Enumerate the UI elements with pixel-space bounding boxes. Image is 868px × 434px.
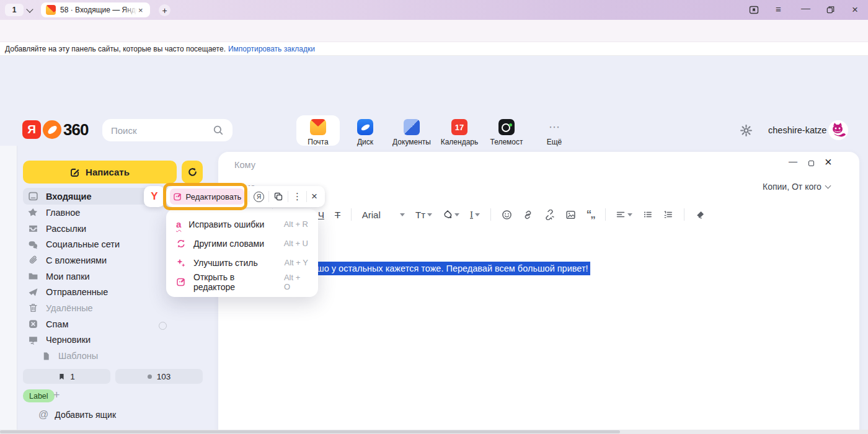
app-label: Календарь [438, 138, 481, 146]
browser-tab-bar: 1 58 · Входящие — Яндек × + ≡ — × [0, 0, 868, 20]
to-field[interactable]: Кому [234, 160, 255, 170]
unlink-icon[interactable] [544, 210, 555, 220]
new-tab-button[interactable]: + [159, 4, 170, 16]
add-label-icon[interactable]: + [53, 389, 60, 402]
app-label: Телемост [485, 138, 528, 146]
highlight-color-select[interactable] [443, 210, 459, 219]
scrollbar-thumb[interactable] [0, 430, 620, 433]
font-size-select[interactable]: Tт [415, 210, 432, 220]
folder-label: Спам [46, 319, 68, 329]
yandex-y-icon: Y [151, 190, 157, 203]
image-icon[interactable] [565, 210, 576, 220]
strikethrough-button[interactable]: Т [335, 210, 340, 220]
align-select[interactable] [616, 210, 632, 219]
app-calendar[interactable]: 17 Календарь [438, 115, 481, 146]
badge-value: 1 [70, 372, 75, 381]
app-label: Документы [390, 138, 433, 146]
copy-icon[interactable] [273, 192, 283, 202]
folder-label: Шаблоны [58, 351, 98, 361]
link-icon[interactable] [523, 210, 533, 220]
paper-plane-icon [28, 287, 38, 298]
compose-minimize-icon[interactable]: — [789, 156, 797, 166]
folder-label: Социальные сети [46, 239, 120, 249]
app-disk[interactable]: Диск [343, 115, 387, 146]
unread-badge[interactable]: 103 [115, 369, 203, 384]
underline-button[interactable]: Ч [318, 210, 324, 220]
app-more[interactable]: ⋯ Ещё [533, 115, 576, 146]
compose-maximize-icon[interactable] [808, 161, 814, 166]
folder-label: С вложениями [46, 255, 107, 265]
text-color-select[interactable]: I [470, 210, 480, 220]
chat-bubbles-icon [28, 239, 38, 250]
font-family-select[interactable]: Arial [362, 210, 405, 220]
folder-label: Отправленные [46, 287, 108, 297]
spam-hidden-counter [159, 322, 167, 330]
app-mail[interactable]: Почта [296, 115, 340, 146]
telemost-app-icon [498, 119, 515, 135]
folder-drafts[interactable]: Черновики [23, 332, 203, 348]
cc-label: Копии, От кого [763, 182, 822, 192]
menu-item-label: Улучшить стиль [193, 258, 258, 268]
quote-icon[interactable]: “„ [587, 208, 595, 221]
brand-360[interactable]: 360 [63, 120, 88, 140]
compose-button[interactable]: Написать [23, 161, 177, 184]
active-tab[interactable]: 58 · Входящие — Яндек × [41, 2, 150, 17]
mail-page: Я 360 Поиск Почта Диск Документы 17 Кале… [0, 56, 868, 434]
tab-title: 58 · Входящие — Яндек [60, 6, 137, 14]
add-mailbox-label: Добавить ящик [55, 410, 116, 420]
at-icon: @ [38, 409, 48, 420]
side-panel-icon[interactable] [749, 5, 759, 15]
tab-close-icon[interactable]: × [138, 6, 143, 15]
refresh-button[interactable] [182, 161, 203, 184]
folder-trash[interactable]: Удалённые [23, 300, 203, 316]
gpt-edit-label: Редактировать [186, 192, 242, 202]
app-documents[interactable]: Документы [390, 115, 433, 146]
window-minimize-icon[interactable]: — [801, 2, 810, 13]
compose-close-icon[interactable]: × [825, 155, 832, 169]
file-icon [42, 352, 51, 361]
eraser-icon[interactable] [695, 210, 706, 220]
search-input[interactable]: Поиск [102, 119, 232, 141]
menu-item-improve-style[interactable]: Улучшить стиль Alt + Y [166, 253, 318, 272]
add-mailbox[interactable]: @ Добавить ящик [38, 409, 116, 420]
browser-toolbar: ← Я ↻ mail.yandex.ru 58 · Входящие — Янд… [0, 20, 868, 42]
open-editor-icon [176, 277, 186, 287]
import-bookmarks-link[interactable]: Импортировать закладки [228, 45, 315, 53]
username[interactable]: cheshire-katze [768, 125, 826, 135]
compose-pencil-icon [70, 167, 80, 177]
tab-list-chevron-icon[interactable] [27, 7, 32, 12]
gpt-menu: a Исправить ошибки Alt + R Другими слова… [166, 209, 318, 297]
yandex-logo-icon[interactable]: Я [22, 120, 41, 139]
yandex-quick-button[interactable]: Y [144, 186, 165, 207]
yandex-search-icon[interactable]: Я [254, 192, 264, 202]
toolbar-close-icon[interactable]: × [311, 190, 317, 203]
emoji-icon[interactable] [502, 210, 512, 220]
cc-from-toggle[interactable]: Копии, От кого [763, 182, 830, 192]
search-placeholder: Поиск [111, 125, 137, 136]
window-close-icon[interactable]: × [852, 4, 858, 16]
menu-item-open-editor[interactable]: Открыть в редакторе Alt + O [166, 272, 318, 291]
settings-gear-icon[interactable] [740, 124, 753, 137]
menu-item-fix-errors[interactable]: a Исправить ошибки Alt + R [166, 215, 318, 234]
label-pill[interactable]: Label [23, 389, 55, 402]
app-telemost[interactable]: Телемост [485, 115, 528, 146]
browser-menu-icon[interactable]: ≡ [776, 4, 781, 14]
flagged-badge[interactable]: 1 [23, 369, 110, 384]
menu-item-rephrase[interactable]: Другими словами Alt + U [166, 234, 318, 253]
search-icon[interactable] [213, 125, 224, 136]
folder-spam[interactable]: Спам [23, 316, 203, 332]
tab-group-button[interactable]: 1 [5, 4, 24, 16]
bullet-list-icon[interactable] [643, 210, 653, 219]
gpt-edit-button[interactable]: Редактировать [170, 188, 244, 205]
window-restore-icon[interactable] [826, 5, 835, 14]
app-label: Диск [343, 138, 387, 146]
sparkles-icon [176, 258, 186, 268]
toolbar-more-icon[interactable]: ⋮ [293, 191, 302, 202]
dot-icon [148, 374, 152, 379]
selected-text[interactable]: ошо у остальных кажется тоже. Передавай … [310, 262, 590, 275]
left-gutter [0, 146, 17, 434]
numbered-list-icon[interactable] [663, 210, 673, 219]
chevron-down-icon [400, 213, 405, 216]
folder-templates[interactable]: Шаблоны [23, 348, 203, 364]
avatar[interactable] [828, 120, 848, 140]
